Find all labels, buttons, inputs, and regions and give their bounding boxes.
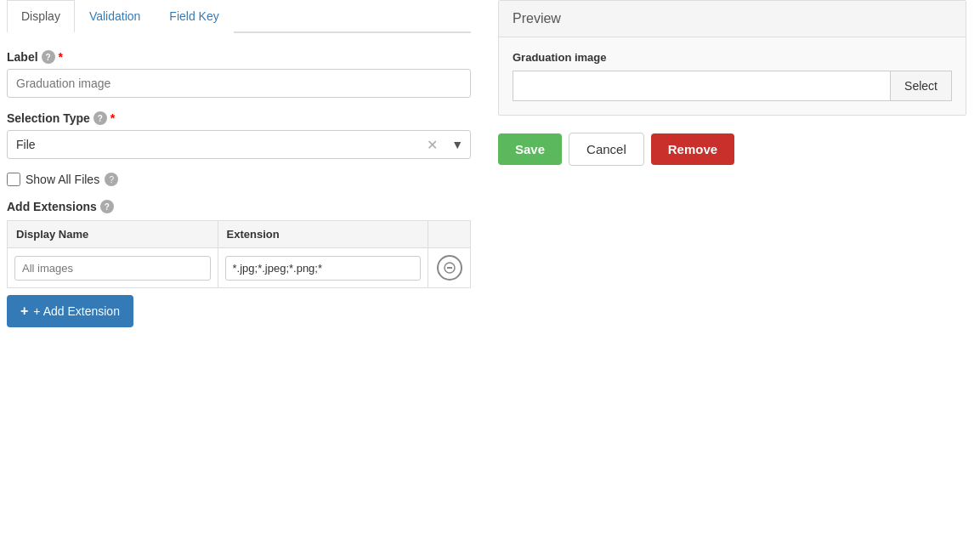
selection-type-select[interactable]: File ✕ ▼ <box>7 130 471 159</box>
cancel-button[interactable]: Cancel <box>569 133 644 166</box>
show-all-files-row: Show All Files ? <box>7 173 471 186</box>
display-name-cell <box>8 248 218 288</box>
tab-validation[interactable]: Validation <box>75 0 155 33</box>
label-help-icon[interactable]: ? <box>42 50 55 64</box>
preview-file-input[interactable] <box>513 71 890 101</box>
remove-row-button[interactable] <box>437 255 462 281</box>
tab-field-key[interactable]: Field Key <box>155 0 233 33</box>
extension-cell <box>218 248 428 288</box>
save-button[interactable]: Save <box>498 133 562 165</box>
extensions-table: Display Name Extension <box>7 220 471 288</box>
label-required-star: * <box>59 50 63 64</box>
selection-type-clear-icon[interactable]: ✕ <box>420 137 445 153</box>
col-actions <box>428 221 471 248</box>
tabs: Display Validation Field Key <box>7 0 471 33</box>
selection-type-value: File <box>8 131 420 158</box>
show-all-files-label: Show All Files <box>25 173 99 186</box>
label-text: Label <box>7 50 38 64</box>
col-display-name: Display Name <box>8 221 218 248</box>
selection-type-required-star: * <box>110 111 115 125</box>
preview-file-row: Select <box>513 71 952 101</box>
display-name-input[interactable] <box>14 256 211 281</box>
preview-header: Preview <box>499 1 966 37</box>
add-extensions-text: Add Extensions <box>7 200 97 213</box>
col-extension: Extension <box>218 221 428 248</box>
remove-icon <box>444 262 456 274</box>
remove-button[interactable]: Remove <box>651 133 734 165</box>
remove-cell <box>428 248 471 288</box>
label-input[interactable] <box>7 69 471 98</box>
selection-type-text: Selection Type <box>7 111 90 125</box>
table-row <box>8 248 471 288</box>
preview-body: Graduation image Select <box>499 37 966 115</box>
tab-display[interactable]: Display <box>7 0 75 33</box>
right-panel: Preview Graduation image Select Save Can… <box>484 0 980 556</box>
selection-type-label: Selection Type ? * <box>7 111 471 125</box>
left-panel: Display Validation Field Key Label ? * S… <box>0 0 484 556</box>
preview-field-label: Graduation image <box>513 51 952 64</box>
show-all-files-checkbox[interactable] <box>7 173 20 186</box>
preview-box: Preview Graduation image Select <box>498 0 966 116</box>
selection-type-group: Selection Type ? * File ✕ ▼ <box>7 111 471 159</box>
add-extensions-section: Add Extensions ? Display Name Extension <box>7 200 471 327</box>
add-extension-plus-icon: + <box>20 304 28 319</box>
action-buttons: Save Cancel Remove <box>498 133 966 166</box>
label-field-group: Label ? * <box>7 50 471 98</box>
label-field-label: Label ? * <box>7 50 471 64</box>
selection-type-help-icon[interactable]: ? <box>93 111 107 125</box>
add-extension-label: + Add Extension <box>33 304 120 318</box>
extension-input[interactable] <box>225 256 422 281</box>
preview-select-button[interactable]: Select <box>890 71 952 101</box>
add-extensions-label: Add Extensions ? <box>7 200 471 213</box>
add-extension-button[interactable]: + + Add Extension <box>7 295 133 327</box>
show-all-files-help-icon[interactable]: ? <box>105 173 118 186</box>
selection-type-arrow-icon[interactable]: ▼ <box>445 138 470 151</box>
add-extensions-help-icon[interactable]: ? <box>100 200 114 213</box>
